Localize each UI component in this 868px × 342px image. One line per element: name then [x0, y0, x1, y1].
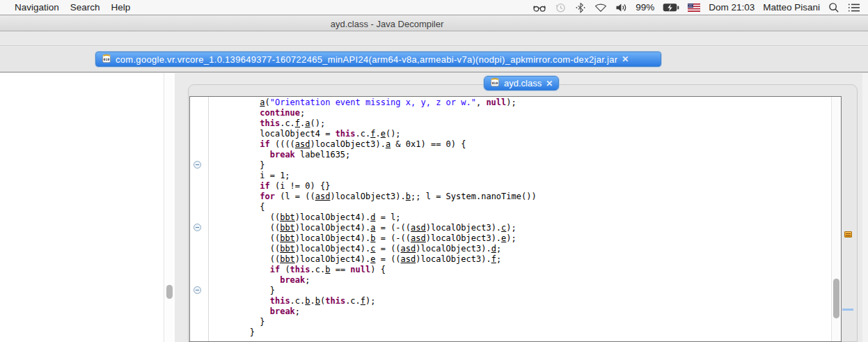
code-text: ==	[330, 265, 350, 274]
code-line[interactable]: ((bbt)localObject4).e = ((asd)localObjec…	[210, 254, 537, 265]
decompiled-source-code[interactable]: a("Orientation event missing x, y, z or …	[210, 98, 537, 338]
code-ref-link[interactable]: bbt	[280, 254, 295, 264]
code-ref-link[interactable]: f	[295, 118, 300, 128]
code-ref-link[interactable]: d	[491, 244, 496, 254]
code-text: );	[506, 98, 516, 107]
menu-item-navigation[interactable]: Navigation	[15, 2, 59, 13]
code-keyword: if	[270, 265, 280, 274]
code-keyword: continue	[260, 108, 300, 118]
wifi-icon[interactable]	[594, 2, 607, 13]
keyboard-layout-flag-icon[interactable]	[688, 3, 700, 12]
code-ref-link[interactable]: e	[381, 129, 386, 139]
code-fold-collapse-icon[interactable]	[194, 286, 201, 294]
notification-center-icon[interactable]	[848, 3, 860, 13]
code-line[interactable]: }	[210, 327, 537, 338]
code-text: .c.	[356, 129, 371, 139]
code-text	[210, 306, 270, 316]
overview-ruler-warning-marker[interactable]	[844, 231, 852, 238]
code-line[interactable]: {	[210, 202, 537, 212]
menu-bar-clock[interactable]: Dom 21:03	[709, 2, 755, 13]
code-ref-link[interactable]: f	[361, 296, 365, 306]
menu-items: NavigationSearchHelp	[0, 2, 130, 13]
code-keyword: null	[486, 98, 506, 107]
window-title-bar[interactable]: ayd.class - Java Decompiler	[0, 16, 868, 31]
code-ref-link[interactable]: asd	[315, 192, 331, 201]
code-text	[210, 181, 260, 191]
code-line[interactable]: ((bbt)localObject4).b = (-((asd)localObj…	[210, 233, 537, 244]
code-keyword: break	[270, 306, 295, 316]
menu-item-search[interactable]: Search	[70, 2, 100, 13]
code-keyword: null	[350, 265, 370, 274]
code-ref-link[interactable]: asd	[411, 233, 426, 243]
code-text: = (-((	[375, 233, 411, 243]
code-text	[210, 108, 260, 118]
code-line[interactable]: this.c.b.b(this.c.f);	[210, 296, 537, 306]
package-tree-pane[interactable]	[0, 73, 175, 342]
code-editor-panel[interactable]: a("Orientation event missing x, y, z or …	[189, 96, 842, 342]
code-line[interactable]: i = 1;	[210, 171, 537, 181]
code-ref-link[interactable]: asd	[295, 139, 310, 149]
code-ref-link[interactable]: b	[305, 296, 310, 306]
tab-ayd-class[interactable]: 010 ayd.class ✕	[484, 76, 559, 91]
code-line[interactable]: continue;	[210, 108, 537, 118]
time-machine-icon[interactable]	[555, 2, 567, 13]
user-menu[interactable]: Matteo Pisani	[763, 2, 820, 13]
tab-jar-file[interactable]: 010 com.google.vr.vrcore_1.0.139649377-1…	[95, 52, 661, 67]
code-ref-link[interactable]: bbt	[280, 233, 295, 243]
code-keyword: this	[325, 296, 345, 306]
code-text	[210, 118, 260, 128]
code-line[interactable]: break;	[210, 306, 537, 317]
code-ref-link[interactable]: a	[305, 118, 310, 128]
code-line[interactable]: a("Orientation event missing x, y, z or …	[210, 98, 537, 108]
code-line[interactable]: break;	[210, 275, 537, 286]
code-line[interactable]: this.c.f.a();	[210, 118, 537, 129]
code-line[interactable]: break label1635;	[210, 150, 537, 160]
code-line[interactable]: ((bbt)localObject4).a = (-((asd)localObj…	[210, 223, 537, 233]
code-line[interactable]: }	[210, 317, 537, 327]
code-text: )localObject3).	[330, 192, 405, 201]
code-ref-link[interactable]: bbt	[280, 223, 295, 233]
code-ref-link[interactable]: bbt	[280, 212, 295, 222]
glasses-icon[interactable]	[532, 2, 546, 13]
code-scrollbar-track[interactable]	[831, 97, 841, 341]
class-tab-close-icon[interactable]: ✕	[546, 79, 553, 88]
code-ref-link[interactable]: bbt	[280, 244, 295, 254]
window-title: ayd.class - Java Decompiler	[331, 18, 444, 29]
code-line[interactable]: if (i != 0) {}	[210, 181, 537, 192]
svg-text:010: 010	[492, 81, 498, 85]
overview-ruler-position-marker[interactable]	[842, 309, 853, 311]
code-text: ) {	[370, 265, 386, 274]
code-line[interactable]: if ((((asd)localObject3).a & 0x1) == 0) …	[210, 139, 537, 150]
tree-scrollbar-track[interactable]	[164, 73, 175, 342]
menu-item-help[interactable]: Help	[111, 2, 131, 13]
code-line[interactable]: ((bbt)localObject4).d = l;	[210, 212, 537, 223]
bluetooth-icon[interactable]	[575, 2, 586, 13]
code-scrollbar-thumb[interactable]	[833, 279, 839, 318]
tree-scrollbar-thumb[interactable]	[166, 285, 173, 299]
jar-tab-close-icon[interactable]: ✕	[622, 55, 629, 63]
code-ref-link[interactable]: asd	[401, 244, 416, 254]
code-text: (	[280, 265, 290, 274]
code-fold-collapse-icon[interactable]	[194, 224, 201, 231]
code-line[interactable]: }	[210, 160, 537, 171]
code-ref-link[interactable]: b	[315, 296, 320, 306]
volume-icon[interactable]	[615, 2, 627, 13]
code-fold-collapse-icon[interactable]	[194, 161, 201, 169]
code-text: ;	[300, 108, 305, 118]
code-line[interactable]: localObject4 = this.c.f.e();	[210, 129, 537, 139]
code-ref-link[interactable]: asd	[411, 223, 426, 233]
code-line[interactable]: for (l = ((asd)localObject3).b;; l = Sys…	[210, 192, 537, 202]
battery-charging-icon[interactable]	[663, 3, 679, 13]
spotlight-search-icon[interactable]	[828, 2, 839, 13]
jar-tab-label: com.google.vr.vrcore_1.0.139649377-16072…	[116, 54, 617, 65]
code-line[interactable]: }	[210, 286, 537, 296]
code-ref-link[interactable]: f	[491, 254, 496, 264]
code-line[interactable]: ((bbt)localObject4).c = ((asd)localObjec…	[210, 244, 537, 254]
code-text: ((((	[270, 139, 295, 149]
code-text: ,	[476, 98, 486, 107]
code-ref-link[interactable]: b	[406, 192, 411, 201]
code-keyword: if	[260, 139, 269, 149]
code-ref-link[interactable]: asd	[401, 254, 416, 264]
code-line[interactable]: if (this.c.b == null) {	[210, 265, 537, 275]
code-keyword: break	[280, 275, 305, 285]
